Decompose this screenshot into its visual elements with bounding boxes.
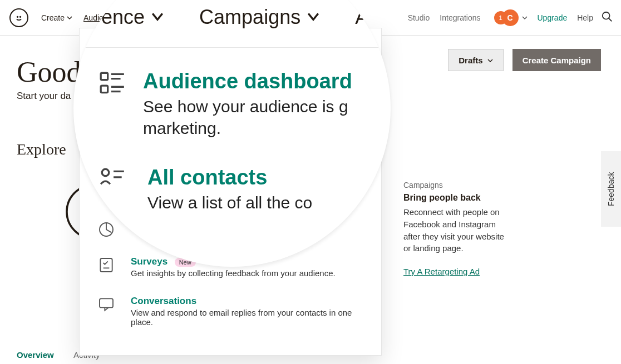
tab-overview[interactable]: Overview (17, 350, 54, 360)
svg-rect-11 (101, 73, 108, 80)
brand-logo[interactable] (8, 8, 30, 27)
card-retarget-body: Reconnect with people on Facebook and In… (403, 206, 512, 255)
panel-item-desc: Get insights by collecting feedback from… (131, 268, 366, 278)
chat-icon (95, 296, 117, 327)
nav-create-label: Create (41, 13, 65, 22)
card-retarget: Campaigns Bring people back Reconnect wi… (403, 181, 512, 276)
upgrade-link[interactable]: Upgrade (538, 13, 568, 22)
header-actions: Drafts Create Campaign (448, 49, 601, 71)
svg-point-2 (603, 12, 610, 19)
nav-studio[interactable]: Studio (408, 13, 430, 22)
svg-line-3 (609, 18, 612, 21)
pie-icon (95, 221, 117, 238)
svg-rect-8 (100, 258, 112, 272)
magnified-nav: ence Campaigns Auto (101, 6, 391, 29)
panel-item-conversations[interactable]: Conversations View and respond to email … (85, 287, 376, 336)
create-campaign-button[interactable]: Create Campaign (512, 49, 601, 71)
checklist-icon (95, 256, 117, 278)
avatar-badge: 1 (494, 11, 507, 24)
magnified-item-audience-dashboard[interactable]: Audience dashboard See how your audience… (98, 69, 391, 139)
mag-item-desc: View a list of all the co (147, 192, 312, 213)
drafts-label: Drafts (459, 56, 482, 65)
mailchimp-logo-icon (13, 12, 24, 23)
card-retarget-title: Bring people back (403, 193, 512, 203)
svg-rect-14 (101, 86, 108, 93)
chevron-down-icon (487, 56, 493, 65)
nav-create[interactable]: Create (41, 13, 72, 22)
mag-item-title: All contacts (147, 166, 312, 190)
panel-item-desc: View and respond to email replies from y… (131, 308, 366, 327)
nav-integrations[interactable]: Integrations (440, 13, 480, 22)
svg-point-1 (19, 16, 21, 17)
list-icon (98, 69, 126, 139)
panel-item-title: Conversations (131, 296, 366, 307)
chevron-down-icon (67, 13, 72, 22)
search-icon (601, 11, 613, 23)
magnified-item-all-contacts[interactable]: All contacts View a list of all the co (98, 166, 312, 213)
account-switcher[interactable]: 1 C (494, 9, 528, 26)
chevron-down-icon (522, 13, 528, 23)
search-button[interactable] (601, 11, 613, 25)
mag-item-title: Audience dashboard (143, 69, 391, 93)
svg-point-0 (17, 16, 18, 17)
feedback-tab[interactable]: Feedback (601, 151, 621, 227)
card-retarget-cta[interactable]: Try A Retargeting Ad (403, 267, 480, 276)
create-campaign-label: Create Campaign (523, 56, 591, 65)
card-retarget-eyebrow: Campaigns (403, 181, 512, 190)
svg-rect-10 (100, 298, 113, 307)
help-link[interactable]: Help (577, 13, 593, 22)
drafts-button[interactable]: Drafts (448, 49, 503, 71)
mag-item-desc: See how your audience is g marketing. (143, 96, 391, 139)
svg-point-17 (102, 169, 109, 176)
panel-item-title: Surveys (131, 256, 167, 267)
